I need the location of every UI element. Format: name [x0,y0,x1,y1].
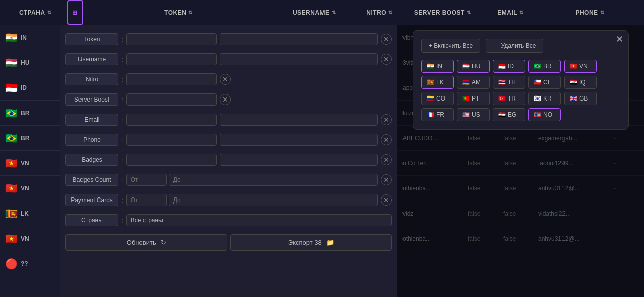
col-email[interactable]: EMAIL ⇅ [480,0,541,25]
filter-email-select[interactable] [126,114,217,126]
list-item[interactable]: 🇧🇷 BR [0,101,60,126]
filter-badges-count-label[interactable]: Badges Count [65,174,118,186]
country-chip-VN[interactable]: 🇻🇳VN [564,60,597,73]
flag-icon: 🇭🇺 [5,57,18,69]
flag-icon: 🇫🇷 [427,111,434,118]
list-item[interactable]: 🇻🇳 VN [0,226,60,251]
filter-email-remove[interactable]: ✕ [381,114,392,125]
include-all-button[interactable]: + Включить Все [421,39,480,53]
filter-payment-cards-label[interactable]: Payment Cards [65,194,118,206]
filter-badges-select[interactable] [126,154,217,166]
country-chip-IN[interactable]: 🇮🇳IN [421,60,454,73]
country-chip-US[interactable]: 🇺🇸US [457,108,490,121]
country-chip-ID[interactable]: 🇮🇩ID [493,60,525,73]
token-sort-icon: ⇅ [188,10,193,15]
flag-icon: 🇧🇷 [534,63,541,70]
filter-token-select[interactable] [126,33,217,45]
list-item[interactable]: 🇭🇺 HU [0,50,60,75]
list-item[interactable]: 🇧🇷 BR [0,126,60,151]
flag-icon: 🇹🇭 [498,79,506,86]
export-label: Экспорт 38 [288,239,322,246]
filter-payment-cards-remove[interactable]: ✕ [381,194,392,206]
country-list: 🇮🇳 IN 🇭🇺 HU 🇮🇩 ID 🇧🇷 BR 🇧🇷 BR 🇻🇳 [0,25,60,297]
filter-phone-input[interactable] [220,134,378,146]
filter-token-input[interactable] [220,33,378,45]
col-server-boost[interactable]: SERVER BOOST ⇅ [405,0,480,25]
filter-row-username: Username : ✕ [65,50,392,68]
filter-phone-remove[interactable]: ✕ [381,134,392,145]
flag-icon: 🇻🇳 [5,182,18,194]
filter-server-boost-remove[interactable]: ✕ [220,94,231,105]
filter-badges-input[interactable] [220,154,378,166]
filter-badges-count-remove[interactable]: ✕ [381,174,392,185]
filter-server-boost-label[interactable]: Server Boost [65,93,118,106]
country-chip-KR[interactable]: 🇰🇷KR [528,92,561,105]
filter-countries-value[interactable]: Все страны [126,214,392,226]
modal-overlay[interactable]: ✕ + Включить Все — Удалить Все 🇮🇳IN 🇭🇺HU… [397,25,644,297]
col-nitro[interactable]: NITRO ⇅ [355,0,405,25]
country-chip-CO[interactable]: 🇨🇴CO [421,92,454,105]
col-country[interactable]: СТРАНА ⇅ [5,0,65,25]
filter-payment-cards-to[interactable] [169,194,378,206]
filter-token-remove[interactable]: ✕ [381,34,392,45]
list-item[interactable]: 🇮🇩 ID [0,75,60,101]
filter-icon-btn[interactable]: ⊞ [67,0,83,25]
country-chip-TH[interactable]: 🇹🇭TH [493,76,525,89]
filter-badges-count-from[interactable] [126,174,167,186]
list-item[interactable]: 🔴 ?? [0,251,60,276]
country-chip-TR[interactable]: 🇹🇷TR [493,92,525,105]
filter-row-badges-count: Badges Count : ✕ [65,171,392,189]
export-button[interactable]: Экспорт 38 📁 [230,234,392,251]
flag-icon: 🇰🇷 [534,95,541,102]
filter-email-input[interactable] [220,114,378,126]
filter-username-remove[interactable]: ✕ [381,54,392,65]
filter-badges-count-to[interactable] [169,174,378,186]
country-chip-FR[interactable]: 🇫🇷FR [421,108,454,121]
modal-close-button[interactable]: ✕ [616,35,623,44]
list-item[interactable]: 🇻🇳 VN [0,176,60,201]
country-chip-LK[interactable]: 🇱🇰LK [421,76,454,89]
country-grid: 🇮🇳IN 🇭🇺HU 🇮🇩ID 🇧🇷BR 🇻🇳VN 🇱🇰LK 🇦🇲AM 🇹🇭TH … [421,60,620,121]
country-chip-GB[interactable]: 🇬🇧GB [564,92,597,105]
list-item[interactable]: 🇮🇳 IN [0,25,60,50]
col-username[interactable]: USERNAME ⇅ [274,0,355,25]
filter-token-label[interactable]: Token [65,33,118,45]
list-item[interactable]: 🇻🇳 VN [0,151,60,176]
country-chip-IQ[interactable]: 🇮🇶IQ [564,76,597,89]
country-chip-EG[interactable]: 🇪🇬EG [493,108,525,121]
filter-username-input[interactable] [220,53,378,65]
filter-actions: Обновить ↻ Экспорт 38 📁 [65,234,392,251]
update-button[interactable]: Обновить ↻ [65,234,227,251]
country-chip-BR[interactable]: 🇧🇷BR [528,60,561,73]
filter-colon: : [121,56,123,63]
remove-all-button[interactable]: — Удалить Все [486,39,543,53]
country-chip-AM[interactable]: 🇦🇲AM [457,76,490,89]
country-chip-NO[interactable]: 🇳🇴NO [528,108,561,121]
filter-nitro-label[interactable]: Nitro [65,73,118,85]
col-phone[interactable]: PHONE ⇅ [541,0,639,25]
filter-badges-remove[interactable]: ✕ [381,154,392,165]
filter-phone-select[interactable] [126,134,217,146]
list-item[interactable]: 🇱🇰 LK [0,201,60,226]
filter-nitro-select[interactable] [126,73,217,85]
filter-countries-label[interactable]: Страны [65,214,118,226]
filter-nitro-remove[interactable]: ✕ [220,74,231,85]
country-chip-HU[interactable]: 🇭🇺HU [457,60,490,73]
filter-username-label[interactable]: Username [65,53,118,65]
filter-colon: : [121,76,123,83]
filter-username-select[interactable] [126,53,217,65]
filter-phone-label[interactable]: Phone [65,134,118,146]
col-token[interactable]: TOKEN ⇅ [83,0,274,25]
country-label: СТРАНА [19,9,45,16]
filter-payment-cards-from[interactable] [126,194,167,206]
flag-icon: 🇻🇳 [570,63,577,70]
email-label: EMAIL [497,9,517,16]
filter-server-boost-select[interactable] [126,93,217,106]
filter-email-label[interactable]: Email [65,114,118,126]
country-code: LK [21,210,29,217]
filter-row-phone: Phone : ✕ [65,131,392,149]
country-chip-PT[interactable]: 🇵🇹PT [457,92,490,105]
server-boost-sort-icon: ⇅ [467,10,471,15]
filter-badges-label[interactable]: Badges [65,154,118,166]
country-chip-CL[interactable]: 🇨🇱CL [528,76,561,89]
